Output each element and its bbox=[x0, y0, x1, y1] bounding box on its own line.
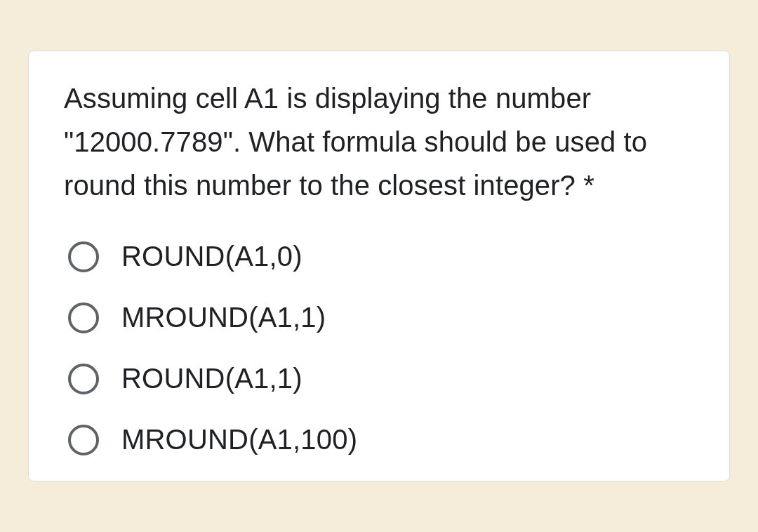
option-0[interactable]: ROUND(A1,0) bbox=[68, 241, 694, 272]
radio-icon[interactable] bbox=[68, 241, 99, 272]
radio-icon[interactable] bbox=[68, 425, 99, 455]
options-group: ROUND(A1,0) MROUND(A1,1) ROUND(A1,1) MRO… bbox=[64, 241, 694, 455]
question-text: Assuming cell A1 is displaying the numbe… bbox=[64, 77, 694, 207]
option-3[interactable]: MROUND(A1,100) bbox=[68, 424, 694, 455]
option-2[interactable]: ROUND(A1,1) bbox=[68, 363, 694, 394]
option-label: ROUND(A1,1) bbox=[121, 363, 302, 394]
radio-icon[interactable] bbox=[68, 364, 99, 394]
radio-icon[interactable] bbox=[68, 302, 99, 333]
option-label: MROUND(A1,100) bbox=[121, 424, 357, 455]
option-1[interactable]: MROUND(A1,1) bbox=[68, 302, 694, 333]
question-body: Assuming cell A1 is displaying the numbe… bbox=[64, 83, 647, 201]
option-label: ROUND(A1,0) bbox=[121, 241, 302, 272]
question-card: Assuming cell A1 is displaying the numbe… bbox=[28, 51, 730, 481]
option-label: MROUND(A1,1) bbox=[121, 302, 326, 333]
required-marker: * bbox=[576, 170, 594, 201]
